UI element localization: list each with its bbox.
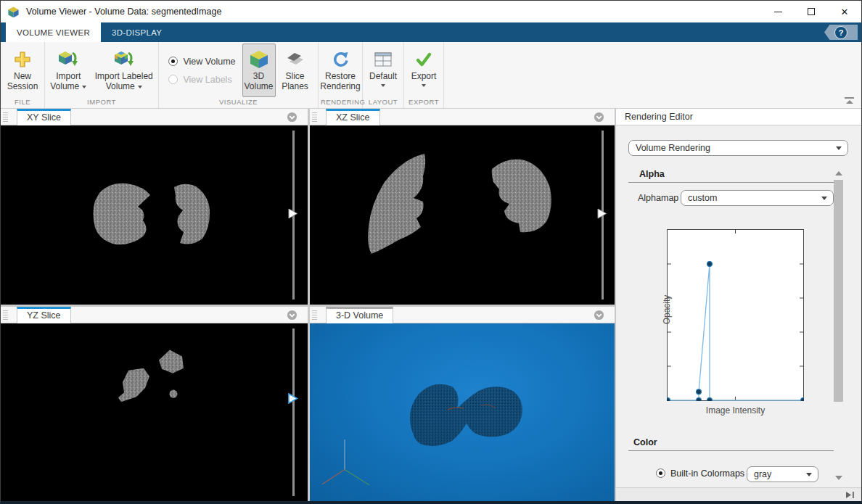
window-controls: ✕ (761, 1, 861, 22)
scroll-up-button[interactable] (834, 171, 842, 176)
yz-slice-tab[interactable]: YZ Slice (17, 307, 71, 323)
panel-options-icon[interactable] (287, 310, 297, 321)
help-button[interactable]: ? (824, 25, 858, 40)
panel-xz-slice: XZ Slice (310, 109, 615, 305)
yz-slice-image (1, 323, 308, 501)
panel-options-icon[interactable] (287, 112, 297, 123)
minimize-button[interactable] (761, 1, 795, 22)
dropdown-arrow-icon (381, 84, 385, 87)
yz-panel-header: YZ Slice (1, 307, 308, 323)
xz-slice-view[interactable] (310, 125, 615, 305)
plot-ylabel: Opacity (662, 288, 672, 331)
dropdown-arrow-icon (82, 86, 86, 88)
panel-xy-slice: XY Slice (1, 109, 308, 305)
maximize-button[interactable] (795, 1, 828, 22)
close-button[interactable]: ✕ (828, 1, 861, 22)
restore-rendering-icon (332, 48, 349, 71)
xz-slider-thumb[interactable] (596, 207, 608, 220)
xy-slice-tab[interactable]: XY Slice (17, 109, 71, 125)
3d-volume-view[interactable] (310, 323, 615, 501)
group-label-import: IMPORT (45, 97, 158, 108)
ribbon-group-layout: Default LAYOUT (363, 42, 404, 108)
layout-grid-icon (374, 48, 392, 71)
slice-planes-icon (286, 48, 305, 71)
collapse-panel-icon[interactable] (845, 491, 855, 499)
drag-grip-icon[interactable] (3, 310, 8, 320)
dropdown-arrow-icon (138, 86, 142, 88)
xz-slice-image (310, 125, 615, 305)
triangle-up-icon (835, 171, 842, 175)
default-layout-button[interactable]: Default (366, 44, 400, 97)
view-labels-radio[interactable]: View Labels (168, 73, 235, 87)
tab-volume-viewer[interactable]: VOLUME VIEWER (6, 22, 101, 42)
restore-rendering-button[interactable]: Restore Rendering (317, 44, 363, 97)
editor-scrollbar-thumb[interactable] (834, 180, 843, 402)
yz-slider-thumb[interactable] (287, 392, 299, 405)
alpha-section-heading: Alpha (639, 169, 665, 179)
ribbon-toolbar: New Session FILE I (1, 42, 861, 109)
radio-selected-icon (168, 57, 178, 66)
export-button[interactable]: Export (409, 44, 440, 97)
rendering-editor-panel: Rendering Editor Volume Rendering Alpha … (616, 109, 861, 501)
import-volume-icon (58, 48, 78, 71)
panel-options-icon[interactable] (594, 112, 604, 123)
slice-planes-button[interactable]: Slice Planes (276, 44, 314, 97)
slice-panel-grid: XY Slice (1, 109, 615, 501)
panel-3d-volume: 3-D Volume (310, 307, 615, 501)
drag-grip-icon[interactable] (3, 112, 8, 122)
builtin-colormaps-radio[interactable] (656, 468, 665, 478)
alpha-section-divider (628, 182, 834, 183)
ribbon-group-file: New Session FILE (1, 42, 45, 108)
import-labeled-volume-button[interactable]: Import Labeled Volume (91, 44, 157, 97)
xy-panel-header: XY Slice (1, 109, 308, 125)
alphamap-plot[interactable] (667, 229, 804, 401)
minimize-icon (774, 12, 782, 12)
yz-slice-view[interactable] (1, 323, 308, 501)
main-area: XY Slice (1, 109, 861, 501)
chevron-down-icon (821, 197, 827, 200)
view-volume-radio[interactable]: View Volume (168, 54, 235, 69)
colormap-dropdown[interactable]: gray (747, 466, 818, 482)
close-icon: ✕ (841, 7, 849, 17)
triangle-down-icon (835, 476, 842, 480)
xy-slice-view[interactable] (1, 125, 308, 305)
rendering-editor-title: Rendering Editor (616, 109, 861, 125)
alphamap-dropdown[interactable]: custom (681, 190, 834, 206)
alphamap-label: Alphamap (638, 193, 678, 203)
3d-volume-render (310, 323, 615, 501)
xz-slice-tab[interactable]: XZ Slice (326, 109, 380, 125)
chevron-down-icon (806, 473, 812, 476)
window-title: Volume Viewer - Volume Data: segmentedIm… (26, 7, 221, 17)
drag-grip-icon[interactable] (312, 310, 317, 320)
xy-slider-thumb[interactable] (287, 207, 299, 220)
group-label-visualize: VISUALIZE (159, 97, 318, 108)
export-check-icon (415, 48, 432, 71)
toolstrip-tabbar: VOLUME VIEWER 3D-DISPLAY ? (1, 22, 861, 42)
yz-slice-slider[interactable] (292, 329, 295, 496)
ribbon-group-export: Export EXPORT (404, 42, 444, 108)
app-window: Volume Viewer - Volume Data: segmentedIm… (0, 0, 862, 504)
app-cube-icon (7, 6, 20, 18)
collapse-ribbon-icon (845, 97, 854, 99)
rendering-technique-dropdown[interactable]: Volume Rendering (628, 140, 848, 156)
group-label-export: EXPORT (404, 97, 443, 108)
3d-volume-button[interactable]: 3D Volume (242, 44, 276, 97)
orientation-axes-icon (322, 439, 369, 485)
view-mode-radios: View Volume View Labels (163, 44, 241, 97)
tab-3d-display[interactable]: 3D-DISPLAY (101, 22, 173, 42)
editor-footer (616, 487, 861, 501)
group-label-rendering: RENDERING (319, 97, 362, 108)
import-labeled-volume-icon (114, 48, 134, 71)
collapse-ribbon-button[interactable] (845, 97, 854, 104)
xy-slice-image (1, 125, 308, 305)
panel-options-icon[interactable] (594, 310, 604, 321)
drag-grip-icon[interactable] (312, 112, 317, 122)
help-icon: ? (835, 27, 847, 38)
maximize-icon (808, 8, 815, 15)
3d-volume-tab[interactable]: 3-D Volume (326, 307, 393, 323)
3d-volume-icon (250, 48, 268, 71)
new-session-button[interactable]: New Session (2, 44, 43, 97)
scroll-down-button[interactable] (834, 476, 842, 481)
new-session-icon (14, 48, 31, 71)
import-volume-button[interactable]: Import Volume (46, 44, 91, 97)
